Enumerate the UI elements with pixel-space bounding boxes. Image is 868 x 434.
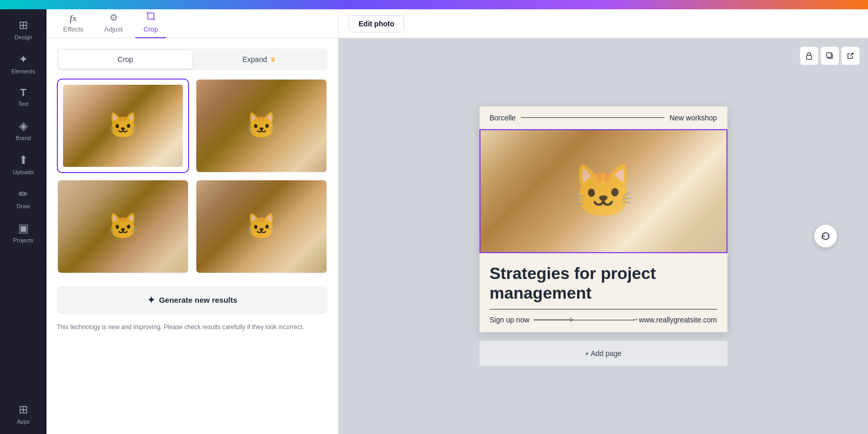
design-cat-image	[481, 130, 726, 252]
canvas-toolbar	[800, 47, 860, 65]
tab-adjust[interactable]: ⚙ Adjust	[96, 9, 131, 38]
tab-crop-label: Crop	[144, 25, 158, 33]
add-page-label: + Add page	[585, 349, 622, 358]
share-button[interactable]	[841, 47, 860, 65]
crop-result-1[interactable]	[57, 79, 189, 173]
crop-result-4[interactable]	[195, 179, 328, 274]
crown-icon: ♛	[270, 56, 276, 63]
header-divider-line	[521, 117, 664, 118]
generate-results-button[interactable]: ✦ Generate new results	[57, 286, 328, 314]
design-title: Strategies for project management	[490, 264, 717, 303]
crop-toggle-btn[interactable]: Crop	[58, 50, 192, 69]
projects-icon: ▣	[18, 222, 29, 235]
tab-effects-label: Effects	[63, 25, 84, 33]
sidebar-label-projects: Projects	[13, 237, 34, 243]
canvas-area: Edit photo	[338, 9, 868, 434]
svg-rect-5	[827, 53, 831, 57]
crop-results-grid	[57, 79, 328, 274]
generate-label: Generate new results	[159, 296, 238, 304]
sidebar-label-uploads: Uploads	[13, 169, 34, 175]
cat-image-1	[63, 85, 183, 167]
sidebar-item-projects[interactable]: ▣ Projects	[3, 216, 44, 249]
elements-icon: ✦	[19, 53, 28, 66]
cat-image-4	[196, 180, 327, 273]
sidebar-label-apps: Apps	[17, 419, 29, 425]
effects-tab-icon: fx	[70, 14, 76, 23]
design-footer: Sign up now www.reallygreatsite.com	[490, 316, 717, 324]
canvas-content: Borcelle New workshop Strategies for pro…	[464, 91, 743, 382]
sidebar-label-text: Text	[18, 101, 28, 107]
cat-image-3	[58, 180, 188, 273]
sidebar-item-draw[interactable]: ✏ Draw	[3, 182, 44, 214]
svg-line-1	[147, 12, 148, 13]
tab-adjust-label: Adjust	[104, 25, 123, 33]
workshop-text: New workshop	[670, 114, 717, 122]
lock-button[interactable]	[800, 47, 818, 65]
panel-tabs: fx Effects ⚙ Adjust Crop	[47, 9, 338, 38]
brand-name: Borcelle	[490, 114, 516, 122]
design-card-image-container[interactable]	[479, 129, 727, 253]
text-icon: T	[20, 87, 26, 99]
sidebar-label-design: Design	[14, 34, 32, 40]
svg-rect-3	[807, 55, 812, 59]
apps-icon: ⊞	[19, 403, 28, 416]
expand-toggle-btn[interactable]: Expand ♛	[192, 50, 326, 69]
crop-expand-toggle: Crop Expand ♛	[57, 49, 328, 70]
tab-crop[interactable]: Crop	[135, 9, 166, 38]
website-text: www.reallygreatsite.com	[639, 316, 717, 324]
sidebar-item-design[interactable]: ⊞ Design	[3, 13, 44, 45]
design-card: Borcelle New workshop Strategies for pro…	[479, 106, 727, 333]
design-icon: ⊞	[19, 19, 28, 32]
canvas-header: Edit photo	[338, 9, 868, 38]
refresh-fab-button[interactable]	[814, 225, 837, 247]
sidebar-item-brand[interactable]: ◈ Brand	[3, 114, 44, 146]
canvas-wrapper: Borcelle New workshop Strategies for pro…	[338, 38, 868, 434]
expand-label: Expand	[242, 55, 267, 64]
crop-result-3[interactable]	[57, 179, 189, 274]
sidebar-label-brand: Brand	[16, 135, 30, 141]
sidebar-label-elements: Elements	[11, 68, 35, 74]
svg-point-6	[828, 235, 829, 237]
left-sidebar: ⊞ Design ✦ Elements T Text ◈ Brand ⬆ Upl…	[0, 9, 47, 434]
svg-rect-0	[148, 13, 154, 19]
side-panel: fx Effects ⚙ Adjust Crop	[47, 9, 338, 434]
svg-line-2	[154, 19, 155, 20]
cat-image-2	[196, 80, 327, 172]
sidebar-label-draw: Draw	[17, 203, 30, 209]
add-page-area[interactable]: + Add page	[479, 340, 727, 366]
sidebar-item-elements[interactable]: ✦ Elements	[3, 48, 44, 80]
disclaimer-text: This technology is new and improving. Pl…	[57, 322, 328, 332]
crop-tab-icon	[146, 11, 156, 23]
footer-arrow	[534, 320, 635, 320]
body-divider-line	[490, 309, 717, 309]
design-card-body: Strategies for project management Sign u…	[479, 253, 727, 333]
draw-icon: ✏	[19, 188, 28, 201]
edit-photo-button[interactable]: Edit photo	[349, 15, 404, 33]
signup-text: Sign up now	[490, 316, 530, 324]
brand-icon: ◈	[19, 119, 28, 133]
top-gradient-bar	[0, 0, 868, 9]
sidebar-item-text[interactable]: T Text	[3, 82, 44, 112]
duplicate-button[interactable]	[820, 47, 839, 65]
generate-icon: ✦	[147, 295, 155, 306]
tab-effects[interactable]: fx Effects	[55, 10, 92, 38]
design-card-header: Borcelle New workshop	[479, 106, 727, 129]
sidebar-item-apps[interactable]: ⊞ Apps	[3, 398, 44, 430]
uploads-icon: ⬆	[19, 153, 28, 167]
panel-content: Crop Expand ♛	[47, 38, 338, 434]
crop-result-2[interactable]	[195, 79, 328, 173]
sidebar-item-uploads[interactable]: ⬆ Uploads	[3, 148, 44, 180]
adjust-tab-icon: ⚙	[110, 12, 118, 23]
